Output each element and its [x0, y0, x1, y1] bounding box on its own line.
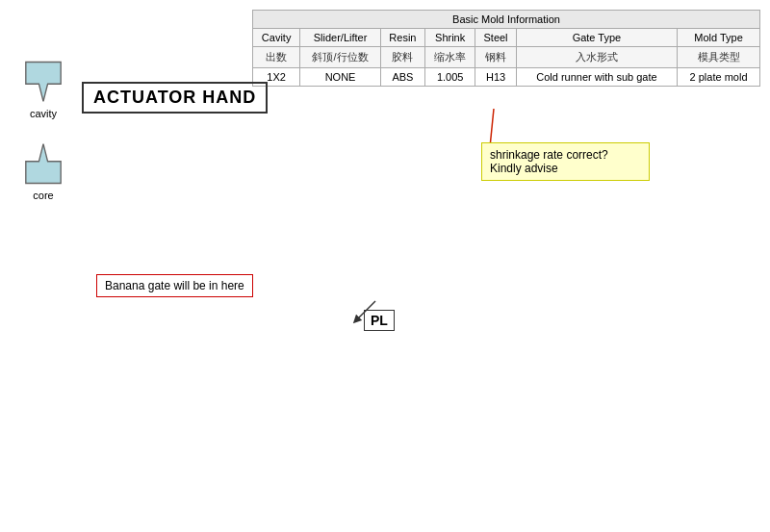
table-cell: Cold runner with sub gate [516, 68, 677, 87]
svg-marker-1 [26, 144, 61, 184]
table-cell: 1.005 [425, 68, 475, 87]
col-header-en: Resin [380, 29, 424, 47]
col-header-en: Slider/Lifter [300, 29, 381, 47]
col-header-en: Gate Type [516, 29, 677, 47]
col-header-cn: 钢料 [475, 47, 516, 68]
cavity-icon [19, 58, 67, 106]
pl-label: PL [364, 310, 395, 331]
cavity-icon-container: cavity [19, 58, 67, 119]
annotation-box: shrinkage rate correct? Kindly advise [481, 142, 650, 181]
col-header-en: Shrink [425, 29, 475, 47]
table-cell: NONE [300, 68, 381, 87]
col-header-en: Cavity [253, 29, 300, 47]
annotation-text: shrinkage rate correct? Kindly advise [490, 148, 608, 175]
col-header-cn: 模具类型 [678, 47, 760, 68]
col-header-en: Steel [475, 29, 516, 47]
table-row: 1X2NONEABS1.005H13Cold runner with sub g… [253, 68, 760, 87]
col-header-cn: 缩水率 [425, 47, 475, 68]
col-header-cn: 出数 [253, 47, 300, 68]
core-label: core [33, 190, 53, 201]
mold-info-table: Basic Mold Information CavitySlider/Lift… [252, 10, 760, 87]
core-icon [19, 139, 67, 188]
table-cell: H13 [475, 68, 516, 87]
col-header-cn: 斜顶/行位数 [300, 47, 381, 68]
mold-table-container: Basic Mold Information CavitySlider/Lift… [252, 10, 760, 87]
col-header-cn: 入水形式 [516, 47, 677, 68]
table-title: Basic Mold Information [253, 11, 760, 29]
svg-marker-0 [26, 63, 61, 102]
table-cell: 2 plate mold [678, 68, 760, 87]
col-header-en: Mold Type [678, 29, 760, 47]
col-header-cn: 胶料 [380, 47, 424, 68]
table-cell: ABS [380, 68, 424, 87]
banana-gate-label: Banana gate will be in here [96, 274, 253, 297]
core-icon-container: core [19, 139, 67, 201]
actuator-hand-label: ACTUATOR HAND [82, 82, 268, 114]
cavity-label: cavity [30, 108, 57, 119]
